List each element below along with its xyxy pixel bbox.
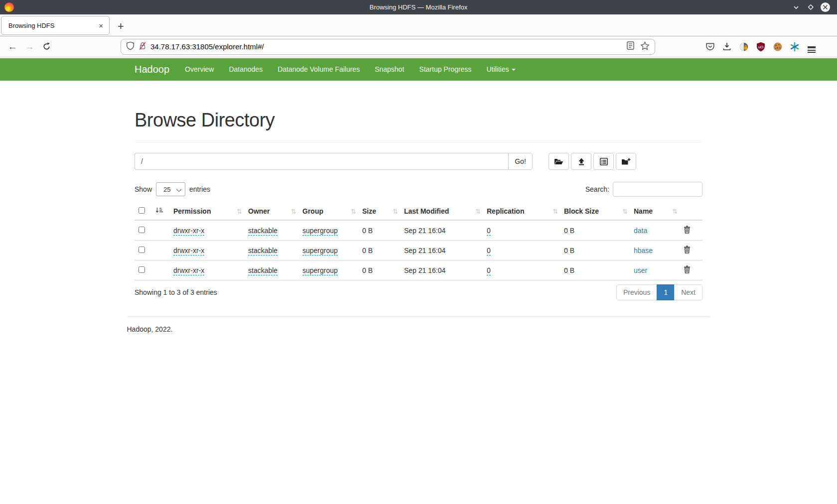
directory-path-input[interactable] <box>135 153 508 170</box>
open-folder-icon <box>554 158 563 165</box>
search-input[interactable] <box>613 182 702 197</box>
column-header-last-modified[interactable]: Last Modified⇅ <box>400 203 483 220</box>
svg-text:uO: uO <box>758 44 764 49</box>
minimize-chevron-icon[interactable] <box>792 3 801 12</box>
owner-cell[interactable]: stackable <box>248 266 278 275</box>
row-checkbox[interactable] <box>139 247 145 253</box>
group-cell[interactable]: supergroup <box>302 227 338 236</box>
column-header-block-size[interactable]: Block Size⇅ <box>560 203 630 220</box>
sort-arrows-icon[interactable]: ⇅ <box>237 208 242 215</box>
url-text[interactable]: 34.78.17.63:31805/explorer.html#/ <box>150 42 623 51</box>
sort-arrows-icon[interactable]: ⇅ <box>672 208 678 215</box>
nav-link-datanodes[interactable]: Datanodes <box>221 58 270 81</box>
cut-paste-button[interactable] <box>549 153 569 170</box>
divider <box>135 142 702 142</box>
column-header-name[interactable]: Name⇅ <box>630 203 680 220</box>
nav-link-datanode-volume-failures[interactable]: Datanode Volume Failures <box>270 58 367 81</box>
pagination-page-1[interactable]: 1 <box>657 284 675 300</box>
asterisk-extension-icon[interactable] <box>789 41 801 53</box>
select-all-checkbox[interactable] <box>139 207 145 214</box>
new-folder-icon <box>621 158 631 165</box>
last-modified-cell: Sep 21 16:04 <box>400 220 483 241</box>
tab-browsing-hdfs[interactable]: Browsing HDFS × <box>1 16 110 35</box>
nav-link-overview[interactable]: Overview <box>177 58 221 81</box>
replication-cell[interactable]: 0 <box>487 266 491 275</box>
block-size-cell: 0 B <box>560 260 630 280</box>
last-modified-cell: Sep 21 16:04 <box>400 260 483 280</box>
create-directory-button[interactable] <box>616 153 636 170</box>
pagination-previous[interactable]: Previous <box>616 284 657 300</box>
group-cell[interactable]: supergroup <box>302 266 338 275</box>
directory-link[interactable]: data <box>634 227 647 235</box>
permission-cell[interactable]: drwxr-xr-x <box>173 266 204 275</box>
trash-icon[interactable] <box>684 247 691 255</box>
hadoop-navbar: Hadoop Overview Datanodes Datanode Volum… <box>0 58 837 81</box>
tracking-shield-icon[interactable] <box>126 41 135 52</box>
table-row: drwxr-xr-x stackable supergroup 0 B Sep … <box>135 260 702 280</box>
sort-arrows-icon[interactable]: ⇅ <box>622 208 628 215</box>
entries-select[interactable]: 25 <box>156 182 185 196</box>
pagination: Previous 1 Next <box>616 284 702 300</box>
entries-summary: Showing 1 to 3 of 3 entries <box>135 288 217 296</box>
pagination-next[interactable]: Next <box>674 284 702 300</box>
insecure-lock-icon[interactable] <box>139 41 146 52</box>
go-button[interactable]: Go! <box>508 153 533 170</box>
reload-button[interactable] <box>40 40 53 53</box>
owner-cell[interactable]: stackable <box>248 247 278 255</box>
size-cell: 0 B <box>358 241 400 260</box>
permission-cell[interactable]: drwxr-xr-x <box>173 247 204 255</box>
close-icon[interactable] <box>821 2 830 12</box>
list-icon <box>600 158 608 165</box>
tab-strip: Browsing HDFS × + <box>0 14 837 36</box>
reader-mode-icon[interactable] <box>627 41 634 52</box>
pocket-icon[interactable] <box>704 41 716 53</box>
table-row: drwxr-xr-x stackable supergroup 0 B Sep … <box>135 220 702 241</box>
bookmark-star-icon[interactable] <box>640 41 650 52</box>
new-tab-button[interactable]: + <box>118 21 124 32</box>
column-header-replication[interactable]: Replication⇅ <box>483 203 560 220</box>
nav-link-utilities[interactable]: Utilities <box>479 58 523 81</box>
download-icon[interactable] <box>721 41 733 53</box>
row-checkbox[interactable] <box>139 266 145 273</box>
block-size-cell: 0 B <box>560 220 630 241</box>
directory-link[interactable]: user <box>634 266 647 274</box>
sort-arrows-icon[interactable]: ⇅ <box>393 208 398 215</box>
replication-cell[interactable]: 0 <box>487 247 491 255</box>
nav-link-snapshot[interactable]: Snapshot <box>367 58 412 81</box>
directory-table: Permission⇅ Owner⇅ Group⇅ Size⇅ Last Mod… <box>135 203 702 280</box>
privacy-mask-icon[interactable] <box>738 41 750 53</box>
group-cell[interactable]: supergroup <box>302 247 338 255</box>
sort-arrows-icon[interactable]: ⇅ <box>553 208 558 215</box>
directory-link[interactable]: hbase <box>634 247 653 254</box>
upload-file-button[interactable] <box>571 153 591 170</box>
nav-link-startup-progress[interactable]: Startup Progress <box>412 58 479 81</box>
trash-icon[interactable] <box>684 227 691 235</box>
sort-arrows-icon[interactable]: ⇅ <box>291 208 296 215</box>
row-checkbox[interactable] <box>139 227 145 233</box>
column-header-owner[interactable]: Owner⇅ <box>244 203 298 220</box>
sort-arrows-icon[interactable]: ⇅ <box>351 208 356 215</box>
cookie-icon[interactable] <box>772 41 784 53</box>
navbar-brand[interactable]: Hadoop <box>135 64 169 75</box>
owner-cell[interactable]: stackable <box>248 227 278 236</box>
sort-arrows-icon[interactable]: ⇅ <box>475 208 481 215</box>
permission-cell[interactable]: drwxr-xr-x <box>173 227 204 236</box>
sorted-column-header[interactable] <box>151 203 169 220</box>
column-header-group[interactable]: Group⇅ <box>298 203 358 220</box>
trash-icon[interactable] <box>684 267 691 275</box>
maximize-diamond-icon[interactable] <box>806 3 815 12</box>
sort-icon <box>155 207 163 214</box>
back-button[interactable]: ← <box>6 40 19 53</box>
ublock-icon[interactable]: uO <box>755 41 767 53</box>
set-quota-button[interactable] <box>593 153 614 170</box>
last-modified-cell: Sep 21 16:04 <box>400 241 483 260</box>
tab-close-icon[interactable]: × <box>99 22 103 29</box>
url-bar[interactable]: 34.78.17.63:31805/explorer.html#/ <box>121 39 655 55</box>
chevron-down-icon <box>512 69 516 71</box>
browser-toolbar: ← → 34.78.17.63:31805/explorer.html#/ <box>0 36 837 57</box>
column-header-size[interactable]: Size⇅ <box>358 203 400 220</box>
replication-cell[interactable]: 0 <box>487 227 491 236</box>
column-header-permission[interactable]: Permission⇅ <box>169 203 244 220</box>
menu-icon[interactable] <box>806 41 818 53</box>
page-title: Browse Directory <box>135 110 702 131</box>
